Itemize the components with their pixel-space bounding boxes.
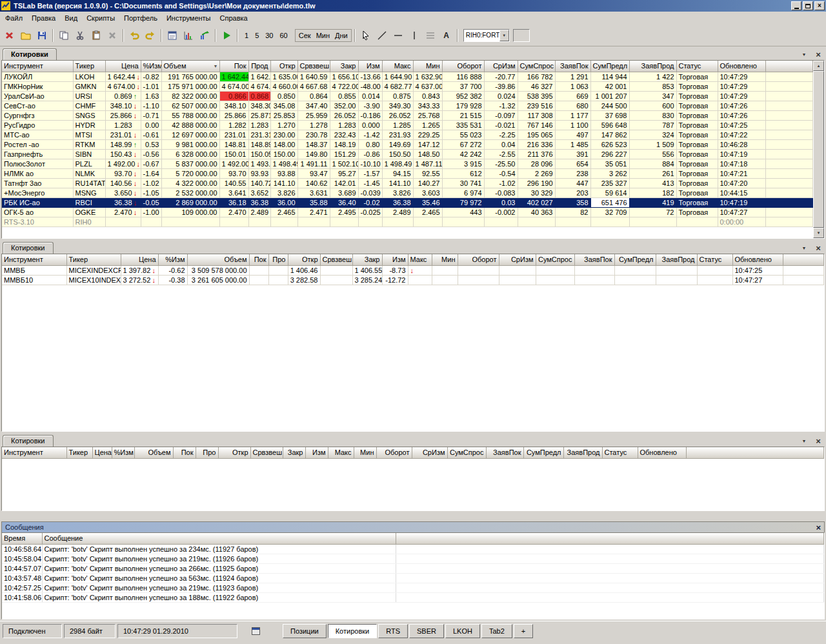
- cell[interactable]: 3 262: [590, 168, 629, 178]
- cell[interactable]: [320, 275, 352, 285]
- cell[interactable]: MICEX10INDEX: [66, 275, 121, 285]
- cell[interactable]: [629, 217, 676, 226]
- cell[interactable]: -0.02: [358, 197, 382, 207]
- timeframe-button-5[interactable]: 5: [252, 30, 261, 41]
- table-row-RU14TAT[interactable]: Татнфт 3аоRU14TAT140.56↓-1.024 322 000.0…: [2, 178, 813, 188]
- cell[interactable]: [330, 217, 358, 226]
- column-header[interactable]: Мин: [413, 61, 442, 72]
- cell[interactable]: Торговая: [676, 207, 718, 217]
- cell[interactable]: 4 674.00↓: [105, 81, 141, 91]
- layout-indicator-button[interactable]: [248, 624, 263, 638]
- table-row-Скрипт: 'botv' Скрипт выполнен успешно за 188мс. (11922 баров)[interactable]: 10:41:58.06Скрипт: 'botv' Скрипт выполне…: [2, 592, 824, 602]
- redo-button[interactable]: [143, 28, 158, 43]
- cell[interactable]: [432, 275, 458, 285]
- cell[interactable]: 195 065: [518, 130, 555, 139]
- cell[interactable]: [518, 217, 555, 226]
- cell[interactable]: 2.470: [219, 207, 248, 217]
- column-header[interactable]: Объем▼: [161, 61, 219, 72]
- titlebar[interactable]: TSLab Beta (версия 1.0.9.0) - C:\Documen…: [0, 0, 826, 12]
- column-header[interactable]: Закр: [352, 254, 382, 265]
- cell[interactable]: [614, 265, 656, 275]
- cell[interactable]: 391: [555, 149, 590, 159]
- cell[interactable]: 3.689: [330, 188, 358, 197]
- cell[interactable]: 93.88: [270, 168, 297, 178]
- cell[interactable]: 830: [629, 110, 676, 120]
- table-row-MSNG[interactable]: +МосЭнергоMSNG3.650↓-1.052 532 000.003.6…: [2, 188, 813, 197]
- cell[interactable]: [161, 217, 219, 226]
- undo-button[interactable]: [126, 28, 142, 43]
- minimize-button[interactable]: [791, 1, 801, 10]
- column-header[interactable]: Пок: [219, 61, 248, 72]
- cell[interactable]: 4 674.99: [248, 81, 270, 91]
- cell[interactable]: 261: [629, 168, 676, 178]
- cell[interactable]: 3.652: [248, 188, 270, 197]
- cell[interactable]: 21 515: [442, 110, 484, 120]
- cell[interactable]: LKOH: [73, 72, 105, 81]
- cell[interactable]: 0.866: [219, 91, 248, 101]
- cell[interactable]: 10:47:20: [718, 178, 765, 188]
- cell[interactable]: 4 722.00: [330, 81, 358, 91]
- tab-quotes-2[interactable]: Котировки: [3, 242, 54, 254]
- cell[interactable]: 0.000: [358, 120, 382, 130]
- table-row-NLMK[interactable]: НЛМК аоNLMK93.70↓-1.645 720 000.0093.709…: [2, 168, 813, 178]
- cell[interactable]: -0.54: [484, 168, 518, 178]
- cell[interactable]: 10:47:25: [718, 120, 765, 130]
- column-header[interactable]: ЗаявПрод: [656, 254, 697, 265]
- cell[interactable]: 42 001: [590, 81, 629, 91]
- column-header[interactable]: СумСпрос: [447, 447, 486, 458]
- cell[interactable]: 40 363: [518, 207, 555, 217]
- cell[interactable]: [574, 275, 614, 285]
- cell[interactable]: Торговая: [676, 178, 718, 188]
- workspace-tab-rts[interactable]: RTS: [378, 624, 408, 638]
- cell[interactable]: 231.01↓: [105, 130, 141, 139]
- cell[interactable]: Торговая: [676, 197, 718, 207]
- cell[interactable]: 25.866↓: [105, 110, 141, 120]
- table-row-Скрипт: 'botv' Скрипт выполнен успешно за 234мс. (11927 баров)[interactable]: 10:46:58.64Скрипт: 'botv' Скрипт выполне…: [2, 544, 824, 554]
- cell[interactable]: -0.38: [158, 275, 187, 285]
- cell[interactable]: 1.283: [248, 120, 270, 130]
- cell[interactable]: -0.62: [158, 265, 187, 275]
- cell[interactable]: 25.871: [248, 110, 270, 120]
- trend-line-tool-button[interactable]: [374, 28, 390, 43]
- column-header[interactable]: %Изм: [112, 447, 134, 458]
- column-header[interactable]: СрИзм: [484, 61, 518, 72]
- pointer-tool-button[interactable]: [358, 28, 374, 43]
- cell[interactable]: 1.265: [413, 120, 442, 130]
- cell[interactable]: 1 422: [629, 72, 676, 81]
- column-header[interactable]: Время: [2, 533, 42, 544]
- cell[interactable]: -0.025: [358, 207, 382, 217]
- unit-button-sec[interactable]: Сек: [296, 30, 314, 41]
- cell[interactable]: [249, 275, 268, 285]
- cell[interactable]: -0.82: [141, 72, 161, 81]
- scroll-down-button[interactable]: ▼: [813, 228, 824, 238]
- cell[interactable]: 10:47:26: [718, 110, 765, 120]
- close-button[interactable]: ×: [814, 1, 825, 10]
- column-header[interactable]: СумСпрос: [536, 254, 574, 265]
- cell[interactable]: 42 888 000.00: [161, 120, 219, 130]
- horizontal-line-tool-button[interactable]: [390, 28, 406, 43]
- cell[interactable]: 35.88: [297, 197, 330, 207]
- cell[interactable]: 767 146: [518, 120, 555, 130]
- cell[interactable]: [432, 265, 458, 275]
- cell[interactable]: 3.641: [219, 188, 248, 197]
- cell[interactable]: OGKE: [73, 207, 105, 217]
- cell[interactable]: -13.66: [358, 72, 382, 81]
- cell[interactable]: ПолюсЗолот: [2, 159, 73, 168]
- column-header[interactable]: Оборот: [442, 61, 484, 72]
- column-header[interactable]: ЗаявПок: [574, 254, 614, 265]
- cell[interactable]: -1.01: [141, 81, 161, 91]
- cell[interactable]: 853: [629, 81, 676, 91]
- cell[interactable]: 1 492.00: [219, 159, 248, 168]
- cell[interactable]: 4 322 000.00: [161, 178, 219, 188]
- cell[interactable]: 324: [629, 130, 676, 139]
- cell[interactable]: 182: [629, 188, 676, 197]
- column-header[interactable]: ЗаявПрод: [629, 61, 676, 72]
- vertical-line-tool-button[interactable]: [407, 28, 422, 43]
- cell[interactable]: [499, 275, 536, 285]
- cell[interactable]: 348.10↓: [105, 101, 141, 110]
- cell[interactable]: 93.70: [219, 168, 248, 178]
- table-row-RTKM[interactable]: Ростел -аоRTKM148.99↑0.539 981 000.00148…: [2, 139, 813, 149]
- cell[interactable]: 94.15: [382, 168, 413, 178]
- column-header[interactable]: Закр: [283, 447, 305, 458]
- column-header[interactable]: ЗаявПок: [555, 61, 590, 72]
